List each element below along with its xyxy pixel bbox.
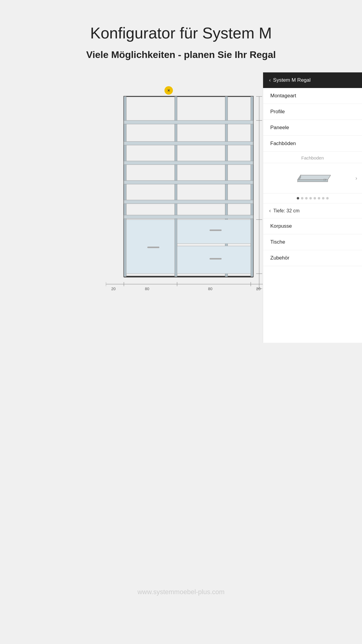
sidebar-back-label: System M Regal <box>273 77 311 83</box>
svg-text:20: 20 <box>256 287 260 291</box>
sidebar-item-fachboeden[interactable]: Fachböden <box>263 136 362 152</box>
svg-text:80: 80 <box>145 287 149 291</box>
depth-label: Tiefe: 32 cm <box>273 208 299 214</box>
configurator-layout: × <box>0 72 362 296</box>
dot-8 <box>326 197 329 199</box>
sidebar-item-tische[interactable]: Tische <box>263 234 362 250</box>
svg-text:☞: ☞ <box>323 177 327 182</box>
page-subtitle: Viele Möglichkeiten - planen Sie Ihr Reg… <box>0 49 362 60</box>
svg-rect-17 <box>210 258 222 260</box>
main-area: Konfigurator für System M Viele Möglichk… <box>0 0 362 644</box>
dot-7 <box>322 197 324 199</box>
back-arrow-icon: ‹ <box>269 77 271 83</box>
svg-text:80: 80 <box>208 287 212 291</box>
shelf-diagram: × <box>106 90 274 296</box>
svg-rect-14 <box>177 246 251 274</box>
dot-1 <box>297 197 299 199</box>
sidebar-item-montageart[interactable]: Montageart <box>263 88 362 104</box>
sidebar-item-zubehoer[interactable]: Zubehör <box>263 250 362 266</box>
svg-rect-13 <box>177 220 251 244</box>
sidebar-dots <box>263 193 362 203</box>
svg-rect-16 <box>210 229 222 231</box>
watermark: www.systemmoebel-plus.com <box>137 588 225 596</box>
svg-rect-9 <box>124 181 253 184</box>
dot-3 <box>305 197 308 199</box>
marker-dot[interactable]: × <box>164 86 173 95</box>
marker-symbol: × <box>167 88 170 93</box>
sidebar-product-card[interactable]: ☞ › <box>263 163 362 193</box>
dot-2 <box>301 197 303 199</box>
sidebar-section-label: Fachboden <box>263 152 362 163</box>
dot-6 <box>318 197 320 199</box>
dot-4 <box>309 197 312 199</box>
sidebar-depth-row: ‹ Tiefe: 32 cm <box>263 203 362 218</box>
sidebar-panel: ‹ System M Regal Montageart Profile Pane… <box>263 72 362 343</box>
sidebar-item-korpusse[interactable]: Korpusse <box>263 218 362 234</box>
shelf-svg: 23 184 40 28 <box>106 90 274 295</box>
svg-rect-15 <box>147 247 159 248</box>
sidebar-item-paneele[interactable]: Paneele <box>263 120 362 136</box>
svg-rect-10 <box>124 200 253 204</box>
sidebar-item-profile[interactable]: Profile <box>263 104 362 120</box>
product-image: ☞ <box>295 169 331 187</box>
sidebar-back-button[interactable]: ‹ System M Regal <box>263 72 362 88</box>
product-next-arrow[interactable]: › <box>355 175 357 181</box>
page-header: Konfigurator für System M Viele Möglichk… <box>0 0 362 72</box>
svg-rect-8 <box>124 161 253 165</box>
dot-5 <box>314 197 316 199</box>
depth-prev-arrow[interactable]: ‹ <box>269 208 271 214</box>
svg-rect-7 <box>124 141 253 145</box>
svg-rect-6 <box>124 120 253 124</box>
svg-rect-11 <box>124 215 253 219</box>
page-title: Konfigurator für System M <box>0 24 362 42</box>
svg-text:20: 20 <box>111 287 115 291</box>
